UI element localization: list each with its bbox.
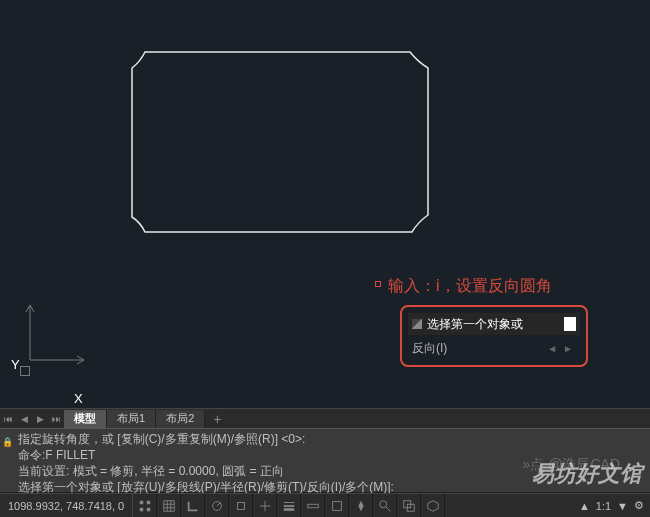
drawing-rectangle [130, 50, 430, 235]
workspace-icon[interactable]: ⚙ [634, 499, 644, 512]
ortho-toggle[interactable] [181, 494, 205, 517]
svg-line-7 [217, 502, 221, 506]
option-next-icon[interactable]: ► [560, 343, 576, 354]
tab-model[interactable]: 模型 [64, 410, 107, 428]
svg-rect-3 [146, 500, 150, 504]
snap-toggle[interactable] [133, 494, 157, 517]
command-handle[interactable]: 🔒 [2, 431, 14, 490]
tab-layout1[interactable]: 布局1 [107, 410, 156, 428]
lineweight-toggle[interactable] [277, 494, 301, 517]
status-right-group: ▲ 1:1 ▼ ⚙ [579, 499, 644, 512]
iso-toggle[interactable] [421, 494, 445, 517]
layout-tabs-bar: ⏮ ◀ ▶ ⏭ 模型 布局1 布局2 + [0, 408, 650, 428]
ucs-y-label: Y [11, 357, 20, 372]
lock-icon: 🔒 [2, 437, 13, 447]
annotation-marker [375, 281, 381, 287]
option-prev-icon[interactable]: ◄ [544, 343, 560, 354]
annotation-text: 输入：i，设置反向圆角 [388, 276, 552, 297]
polar-toggle[interactable] [205, 494, 229, 517]
magnifier-toggle[interactable] [373, 494, 397, 517]
annotation-scale-icon[interactable]: ▲ [579, 500, 590, 512]
svg-rect-4 [139, 507, 143, 511]
tab-prev-button[interactable]: ◀ [16, 412, 32, 426]
model-toggle[interactable] [325, 494, 349, 517]
tab-first-button[interactable]: ⏮ [0, 412, 16, 426]
cmd-line: 指定旋转角度，或 [复制(C)/多重复制(M)/参照(R)] <0>: [18, 431, 646, 447]
selection-cycling-toggle[interactable] [397, 494, 421, 517]
svg-rect-2 [139, 500, 143, 504]
svg-rect-8 [237, 502, 244, 509]
svg-rect-5 [146, 507, 150, 511]
watermark-main: 易坊好文馆 [532, 459, 642, 489]
prompt-input-field[interactable] [564, 317, 576, 331]
prompt-row-main: 选择第一个对象或 [408, 313, 580, 335]
ucs-origin-box [20, 366, 30, 376]
dyn-toggle[interactable] [301, 494, 325, 517]
tab-layout2[interactable]: 布局2 [156, 410, 205, 428]
tab-add-button[interactable]: + [205, 411, 229, 427]
tab-next-button[interactable]: ▶ [32, 412, 48, 426]
prompt-text-main: 选择第一个对象或 [427, 316, 560, 333]
ucs-x-label: X [74, 391, 83, 406]
dynamic-input-icon [412, 319, 422, 329]
tab-last-button[interactable]: ⏭ [48, 412, 64, 426]
prompt-row-option[interactable]: 反向(I) ◄ ► [408, 337, 580, 359]
ucs-icon [22, 300, 92, 370]
drawing-canvas[interactable]: Y X 输入：i，设置反向圆角 选择第一个对象或 反向(I) ◄ ► [0, 0, 650, 408]
osnap-toggle[interactable] [229, 494, 253, 517]
prompt-option-text: 反向(I) [412, 340, 544, 357]
annotation-visibility-icon[interactable]: ▼ [617, 500, 628, 512]
svg-point-16 [379, 500, 386, 507]
svg-rect-14 [307, 504, 318, 508]
svg-line-17 [386, 506, 390, 510]
status-bar: 1098.9932, 748.7418, 0 ▲ 1:1 ▼ ⚙ [0, 493, 650, 517]
svg-rect-15 [332, 501, 341, 510]
coordinates-display[interactable]: 1098.9932, 748.7418, 0 [0, 494, 133, 517]
grid-toggle[interactable] [157, 494, 181, 517]
status-toggles [133, 494, 650, 517]
dynamic-input-box: 选择第一个对象或 反向(I) ◄ ► [400, 305, 588, 367]
scale-display[interactable]: 1:1 [596, 500, 611, 512]
nav-toggle[interactable] [349, 494, 373, 517]
otrack-toggle[interactable] [253, 494, 277, 517]
